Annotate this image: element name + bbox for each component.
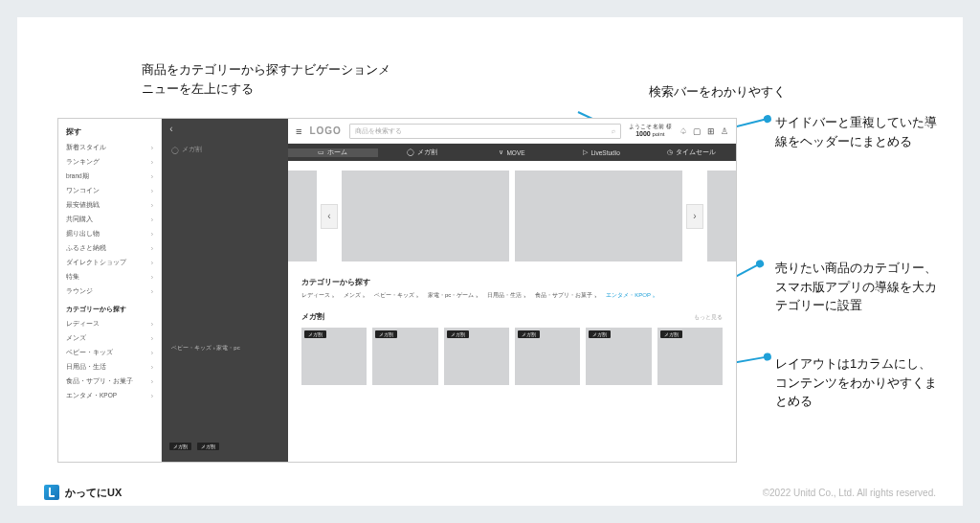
ghost-chip: メガ割: [169, 443, 191, 450]
brand: かってにUX: [44, 485, 122, 500]
hamburger-icon[interactable]: ≡: [296, 125, 301, 137]
sidebar-item[interactable]: ラウンジ›: [58, 284, 161, 299]
play-icon: ▷: [583, 148, 588, 156]
sidebar-item[interactable]: brand期›: [58, 170, 161, 184]
mega-more-link[interactable]: もっと見る: [694, 313, 723, 322]
close-icon[interactable]: ‹: [166, 123, 177, 134]
chevron-right-icon: ›: [151, 288, 153, 295]
category-link[interactable]: メンズ ›: [344, 291, 365, 300]
cart-icon[interactable]: ⊞: [707, 126, 715, 136]
chevron-right-icon: ›: [523, 293, 525, 299]
mockup: ◯ メガ割 ベビー・キッズ › 家電・pc メガ割 メガ割 探す 新着スタイル›…: [57, 118, 737, 463]
chevron-right-icon: ›: [151, 364, 153, 371]
product-card[interactable]: メガ割: [586, 328, 651, 385]
chevron-right-icon: ›: [151, 173, 153, 180]
carousel-next-button[interactable]: ›: [686, 204, 703, 229]
tab-ホーム[interactable]: ▭ホーム: [288, 148, 378, 157]
chevrons-icon: ∨: [499, 148, 503, 156]
product-card[interactable]: メガ割: [444, 328, 509, 385]
category-link[interactable]: 家電・pc・ゲーム ›: [428, 291, 478, 300]
chevron-right-icon: ›: [416, 293, 418, 299]
clock-icon: ◷: [667, 148, 673, 156]
chevron-right-icon: ›: [151, 202, 153, 209]
hero-slide[interactable]: [515, 171, 682, 262]
sidebar-item[interactable]: 特集›: [58, 270, 161, 284]
tab-MOVE[interactable]: ∨MOVE: [467, 148, 557, 156]
category-link[interactable]: 日用品・生活 ›: [487, 291, 525, 300]
hero-slide-prev: [288, 171, 317, 262]
category-section-title: カテゴリーから探す: [288, 273, 736, 289]
category-link[interactable]: エンタメ・KPOP ›: [606, 291, 655, 300]
sidebar-cat-item[interactable]: エンタメ・KPOP›: [58, 389, 161, 403]
category-link[interactable]: 食品・サプリ・お菓子 ›: [535, 291, 596, 300]
carousel-prev-button[interactable]: ‹: [321, 204, 338, 229]
sidebar-cat-item[interactable]: 食品・サプリ・お菓子›: [58, 375, 161, 389]
ghost-chips: メガ割 メガ割: [169, 443, 219, 450]
product-card[interactable]: メガ割: [301, 328, 367, 385]
search-input[interactable]: 商品を検索する ⌕: [349, 124, 621, 139]
chevron-right-icon: ›: [594, 293, 596, 299]
chevron-right-icon: ›: [151, 393, 153, 399]
chevron-right-icon: ›: [151, 145, 153, 151]
home-icon: ▭: [318, 148, 324, 156]
chevron-right-icon: ›: [151, 378, 153, 385]
category-link[interactable]: ベビー・キッズ ›: [374, 291, 418, 300]
search-placeholder: 商品を検索する: [355, 126, 402, 136]
sidebar-item[interactable]: ランキング›: [58, 155, 161, 170]
hero-carousel: ‹ ›: [288, 161, 736, 273]
sidebar-item[interactable]: ワンコイン›: [58, 184, 161, 198]
user-icon[interactable]: ♙: [721, 126, 728, 136]
tab-LiveStudio[interactable]: ▷LiveStudio: [557, 148, 647, 156]
annotation-header: サイドバーと重複していた導線をヘッダーにまとめる: [775, 113, 938, 150]
chevron-right-icon: ›: [151, 216, 153, 223]
sidebar-item[interactable]: ダイレクトショップ›: [58, 256, 161, 270]
product-card[interactable]: メガ割: [372, 328, 437, 385]
product-card[interactable]: メガ割: [515, 328, 580, 385]
tab-メガ割[interactable]: ◯メガ割: [378, 148, 468, 157]
category-link[interactable]: レディース ›: [301, 291, 334, 300]
annotation-nav: 商品をカテゴリーから探すナビゲーションメニューを左上にする: [142, 60, 400, 98]
hero-slide[interactable]: [342, 171, 509, 262]
sidebar-cat-item[interactable]: 日用品・生活›: [58, 360, 161, 375]
logo[interactable]: LOGO: [309, 125, 341, 136]
sidebar-item[interactable]: ふるさと納税›: [58, 241, 161, 256]
sidebar: 探す 新着スタイル›ランキング›brand期›ワンコイン›最安値挑戦›共同購入›…: [58, 119, 162, 462]
sidebar-cat-item[interactable]: レディース›: [58, 317, 161, 331]
brand-icon: [44, 485, 59, 500]
hero-slide-next: [707, 171, 736, 262]
sidebar-title: 探す: [58, 126, 161, 141]
mega-row: メガ割メガ割メガ割メガ割メガ割メガ割: [288, 324, 736, 389]
sale-badge: メガ割: [518, 330, 540, 338]
chevron-right-icon: ›: [151, 350, 153, 356]
bookmark-icon[interactable]: ▢: [693, 126, 702, 136]
chevron-right-icon: ›: [151, 335, 153, 342]
welcome-text: ようこそ 名前 様 1000 point: [629, 124, 672, 137]
category-row: レディース ›メンズ ›ベビー・キッズ ›家電・pc・ゲーム ›日用品・生活 ›…: [288, 289, 736, 307]
sidebar-item[interactable]: 最安値挑戦›: [58, 198, 161, 213]
search-icon[interactable]: ⌕: [612, 127, 615, 134]
ghost-cat-row: ベビー・キッズ › 家電・pc: [171, 344, 240, 352]
annotation-bigcat: 売りたい商品のカテゴリー、スマホ版アプリの導線を大カテゴリーに設置: [775, 259, 943, 315]
mega-section-title: メガ割: [301, 307, 338, 324]
chevron-right-icon: ›: [151, 245, 153, 252]
chevron-right-icon: ›: [476, 293, 478, 299]
notify-icon[interactable]: ♤: [679, 126, 687, 136]
chevron-right-icon: ›: [151, 159, 153, 166]
copyright: ©2022 Unitd Co., Ltd. All rights reserve…: [763, 488, 936, 498]
page-frame: 商品をカテゴリーから探すナビゲーションメニューを左上にする 検索バーをわかりやす…: [17, 17, 963, 506]
header: ≡ LOGO 商品を検索する ⌕ ようこそ 名前 様 1000 point ♤ …: [288, 119, 736, 144]
sidebar-cat-item[interactable]: ベビー・キッズ›: [58, 346, 161, 360]
sale-badge: メガ割: [589, 330, 611, 338]
sidebar-item[interactable]: 共同購入›: [58, 213, 161, 227]
annotation-search: 検索バーをわかりやすく: [649, 82, 786, 102]
chevron-right-icon: ›: [653, 293, 655, 299]
header-icons: ♤ ▢ ⊞ ♙: [679, 126, 728, 136]
tab-タイムセール[interactable]: ◷タイムセール: [646, 148, 736, 157]
chevron-right-icon: ›: [151, 231, 153, 238]
product-card[interactable]: メガ割: [657, 328, 723, 385]
chevron-right-icon: ›: [151, 188, 153, 194]
sidebar-item[interactable]: 新着スタイル›: [58, 141, 161, 155]
sale-badge: メガ割: [660, 330, 682, 338]
sidebar-cat-item[interactable]: メンズ›: [58, 331, 161, 346]
sidebar-item[interactable]: 掘り出し物›: [58, 227, 161, 241]
